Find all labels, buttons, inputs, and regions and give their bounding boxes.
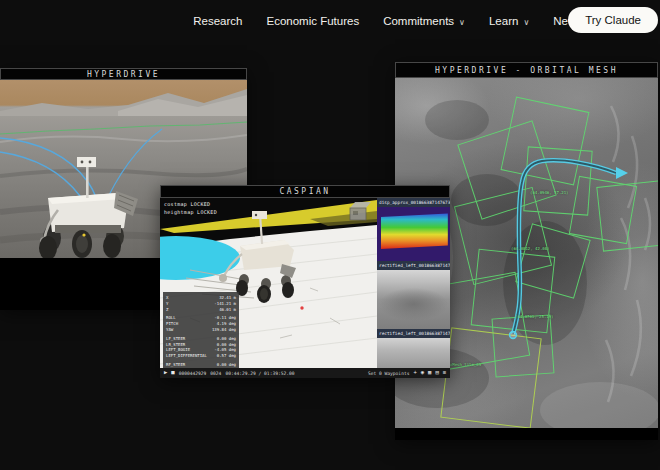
- play-icon[interactable]: ▶: [164, 370, 167, 376]
- stop-icon[interactable]: ■: [171, 370, 174, 376]
- terrain-ridges: [606, 106, 650, 402]
- rectified-image-label: rectified_left_001866387147673 1_rectifi…: [377, 329, 450, 338]
- chevron-down-icon: ∨: [523, 18, 529, 27]
- caspian-panel-title: CASPIAN: [160, 185, 450, 198]
- costmap-status: costmap LOCKED: [164, 201, 210, 207]
- menu-icon[interactable]: ≡: [443, 370, 446, 376]
- mesh-coordinate-label: (64.0946, 57.21): [530, 190, 569, 195]
- mesh-tile-label: NavMesh_tile_09: [445, 362, 481, 367]
- waypoint-dot: [300, 306, 303, 309]
- heightmap-status: heightmap LOCKED: [164, 209, 217, 215]
- route-line-green: [0, 122, 247, 134]
- grid-icon[interactable]: ▦: [428, 370, 431, 376]
- timecode: 00:44:29.29 / 01:39:52.00: [225, 371, 294, 376]
- rectified-left-image[interactable]: [377, 270, 450, 329]
- disparity-colormap: [381, 213, 448, 249]
- playback-status-bar: ▶ ■ 0000442929 0024 00:44:29.29 / 01:39:…: [160, 368, 450, 378]
- waypoints-status: Set 0 Waypoints: [368, 371, 410, 376]
- rectified-image[interactable]: [377, 338, 450, 368]
- record-icon[interactable]: ◉: [421, 370, 424, 376]
- nav-research[interactable]: Research: [193, 15, 242, 27]
- route-arrowhead: [616, 167, 628, 179]
- frame-counter: 0000442929: [179, 371, 207, 376]
- disparity-image[interactable]: [377, 207, 450, 261]
- page: Research Economic Futures Commitments∨ L…: [0, 0, 660, 470]
- fps-readout: 0024: [210, 371, 221, 376]
- rectified-left-image-label: rectified_left_001866387147673 1.png: [377, 261, 450, 270]
- nav-economic-futures[interactable]: Economic Futures: [266, 15, 359, 27]
- hyperdrive-panel-title: HYPERDRIVE: [0, 68, 247, 80]
- try-claude-button[interactable]: Try Claude: [568, 7, 658, 33]
- nav-commitments[interactable]: Commitments∨: [383, 15, 465, 27]
- caspian-panel: CASPIAN: [160, 185, 450, 378]
- route-endpoint: [510, 332, 517, 339]
- top-nav: Research Economic Futures Commitments∨ L…: [0, 0, 582, 42]
- caspian-3d-view[interactable]: costmap LOCKED heightmap LOCKED X32.41 m…: [160, 198, 377, 368]
- mesh-coordinate-label: (64.0701, 25.19): [515, 314, 554, 319]
- chevron-down-icon: ∨: [459, 18, 465, 27]
- mesh-coordinate-label: (64.0812, 42.08): [511, 246, 550, 251]
- telemetry-readout: X32.41 m Y-141.21 m Z46.01 m ROLL-0.11 d…: [163, 292, 239, 368]
- orbital-mesh-panel-title: HYPERDRIVE - ORBITAL MESH: [395, 62, 658, 78]
- add-waypoint-icon[interactable]: +: [413, 370, 416, 376]
- camera-thumbnail-strip: disp_approx_001866387147673 1.png rectif…: [377, 198, 450, 368]
- nav-learn[interactable]: Learn∨: [489, 15, 529, 27]
- layers-icon[interactable]: ▤: [435, 370, 438, 376]
- orbital-panel-footer: [395, 428, 658, 440]
- disparity-image-label: disp_approx_001866387147673 1.png: [377, 198, 450, 207]
